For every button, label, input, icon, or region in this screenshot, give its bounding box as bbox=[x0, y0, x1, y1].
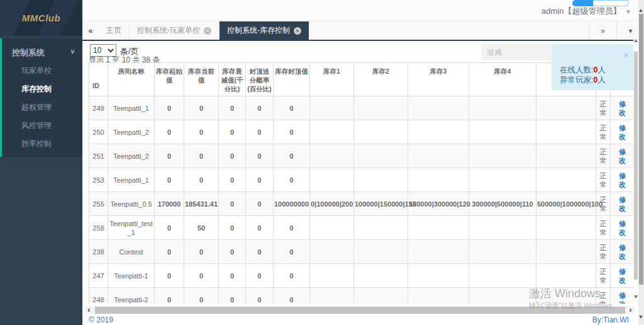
tab-player-control[interactable]: 控制系统-玩家单控 × bbox=[130, 21, 219, 40]
cell-cap-probability: 0 bbox=[246, 240, 274, 264]
cell-stock-start: 0 bbox=[155, 96, 184, 120]
cell-stock-cap: 0 bbox=[274, 168, 310, 192]
tabs-scroll-right-button[interactable]: » bbox=[589, 21, 616, 40]
cell-stock-current: 0 bbox=[184, 144, 219, 168]
cell-id: 255 bbox=[89, 192, 108, 216]
edit-link[interactable]: 修改 bbox=[617, 291, 628, 304]
edit-link[interactable]: 修改 bbox=[617, 100, 628, 117]
cell-stock5: 500000|1000000|100 bbox=[536, 192, 596, 216]
scroll-up-arrow-icon[interactable] bbox=[634, 37, 638, 42]
cell-stock3 bbox=[408, 240, 469, 264]
cell-stock3 bbox=[408, 168, 469, 192]
cell-stock-decay: 0 bbox=[219, 192, 246, 216]
edit-link[interactable]: 修改 bbox=[617, 267, 628, 285]
cell-stock2 bbox=[354, 240, 408, 264]
sidebar-item-privilege-management[interactable]: 超权管理 bbox=[2, 101, 82, 114]
cell-stock1 bbox=[310, 288, 354, 304]
cell-stock4 bbox=[469, 168, 536, 192]
browser-overlay-pill-left bbox=[572, 0, 593, 6]
credit-text: By:Tian.WI bbox=[592, 316, 629, 324]
column-header: 库存当前值 bbox=[184, 63, 219, 96]
cell-id: 251 bbox=[89, 144, 108, 168]
cell-action: 修改 bbox=[611, 144, 635, 168]
cell-stock1: 0|100000|200 bbox=[310, 192, 354, 216]
cell-stock-cap: 0 bbox=[274, 96, 310, 120]
cell-stock-current: 0 bbox=[184, 240, 219, 264]
cell-stock-start: 170000 bbox=[155, 192, 184, 216]
cell-stock-decay: 0 bbox=[219, 120, 246, 144]
close-icon[interactable]: × bbox=[204, 27, 211, 35]
tab-stock-control[interactable]: 控制系统-库存控制 × bbox=[219, 21, 309, 40]
cell-cap-probability: 0 bbox=[246, 192, 274, 216]
sidebar-section-control-system[interactable]: 控制系统 ∨ bbox=[2, 42, 82, 64]
cell-stock-cap: 0 bbox=[274, 144, 310, 168]
column-header: 封顶送分概率(百分比) bbox=[246, 63, 274, 96]
copyright-link[interactable]: © 2019 bbox=[89, 316, 113, 324]
tab-label: 主页 bbox=[106, 25, 121, 36]
sidebar-item-winrate-control[interactable]: 胜率控制 bbox=[2, 137, 82, 151]
sidebar-item-risk-management[interactable]: 风控管理 bbox=[2, 119, 82, 132]
browser-overlay-pill bbox=[572, 0, 629, 6]
browser-vertical-scrollbar[interactable] bbox=[638, 0, 644, 325]
sidebar-item-stock-control[interactable]: 库存控制 bbox=[2, 83, 82, 96]
cell-stock-start: 0 bbox=[155, 168, 184, 192]
close-icon[interactable]: × bbox=[294, 27, 301, 35]
scroll-right-arrow-icon[interactable]: › bbox=[626, 306, 635, 314]
cell-stock3 bbox=[408, 144, 469, 168]
table-row: 250Teenpatti_200000正常修改 bbox=[89, 120, 635, 144]
scroll-down-arrow-icon[interactable] bbox=[639, 316, 643, 321]
cell-stock-current: 0 bbox=[184, 264, 219, 288]
sidebar-section-label: 控制系统 bbox=[12, 48, 45, 57]
cell-stock5 bbox=[536, 288, 596, 304]
topbar: admin【超级管理员】 ▼ bbox=[82, 0, 644, 21]
sidebar-item-player-control[interactable]: 玩家单控 bbox=[2, 64, 82, 77]
cell-stock-current: 0 bbox=[184, 120, 219, 144]
edit-link[interactable]: 修改 bbox=[617, 243, 628, 261]
edit-link[interactable]: 修改 bbox=[617, 195, 628, 213]
tab-label: 控制系统-玩家单控 bbox=[137, 25, 200, 36]
cell-stock4 bbox=[469, 216, 536, 240]
horizontal-scrollbar-thumb[interactable] bbox=[95, 307, 625, 314]
inner-vertical-scrollbar[interactable] bbox=[633, 35, 638, 303]
edit-link[interactable]: 修改 bbox=[617, 123, 628, 141]
cell-stock-current: 50 bbox=[184, 216, 219, 240]
cell-action: 修改 bbox=[611, 288, 635, 304]
edit-link[interactable]: 修改 bbox=[617, 147, 628, 165]
admin-dropdown[interactable]: admin【超级管理员】 ▼ bbox=[541, 6, 631, 17]
table-row: 251Teenpatti_200000正常修改 bbox=[89, 144, 635, 168]
tab-home[interactable]: 主页 bbox=[99, 21, 130, 40]
admin-label: admin【超级管理员】 bbox=[541, 6, 621, 16]
tabs-scroll-left-button[interactable]: « bbox=[82, 21, 99, 40]
sidebar-group-control-system: 控制系统 ∨ 玩家单控 库存控制 超权管理 风控管理 胜率控制 bbox=[0, 38, 82, 157]
cell-stock4 bbox=[469, 96, 536, 120]
table-row: 255Teenpatti_0.5170000185431.41001000000… bbox=[89, 192, 635, 216]
horizontal-scrollbar[interactable]: ‹ › bbox=[85, 306, 635, 314]
edit-link[interactable]: 修改 bbox=[617, 219, 628, 237]
scroll-up-arrow-icon[interactable] bbox=[639, 7, 643, 12]
cell-stock-start: 0 bbox=[155, 120, 184, 144]
inner-vertical-scrollbar-thumb[interactable] bbox=[634, 52, 638, 280]
main-area: admin【超级管理员】 ▼ « 主页 控制系统-玩家单控 × 控制系统-库存控… bbox=[82, 0, 644, 325]
cell-status: 正常 bbox=[596, 264, 611, 288]
cell-stock1 bbox=[310, 240, 354, 264]
browser-vertical-scrollbar-thumb[interactable] bbox=[639, 14, 643, 285]
cell-stock-start: 0 bbox=[155, 216, 184, 240]
cell-stock3 bbox=[408, 264, 469, 288]
cell-stock-current: 185431.41 bbox=[184, 192, 219, 216]
scroll-left-arrow-icon[interactable]: ‹ bbox=[85, 306, 93, 314]
cell-stock4 bbox=[469, 264, 536, 288]
edit-link[interactable]: 修改 bbox=[617, 171, 628, 189]
cell-cap-probability: 0 bbox=[246, 264, 274, 288]
table-row: 253Teenpatti_100000正常修改 bbox=[89, 168, 635, 192]
scroll-down-arrow-icon[interactable] bbox=[634, 295, 638, 300]
online-count-line: 在线人数:0人 bbox=[560, 65, 634, 75]
cell-stock5 bbox=[536, 240, 596, 264]
cell-id: 258 bbox=[89, 216, 108, 240]
cell-stock1 bbox=[310, 264, 354, 288]
close-icon[interactable]: × bbox=[623, 52, 628, 59]
cell-id: 247 bbox=[89, 264, 108, 288]
cell-stock-decay: 0 bbox=[219, 216, 246, 240]
cell-status: 正常 bbox=[596, 144, 611, 168]
cell-status: 正常 bbox=[596, 240, 611, 264]
cell-cap-probability: 0 bbox=[246, 96, 274, 120]
